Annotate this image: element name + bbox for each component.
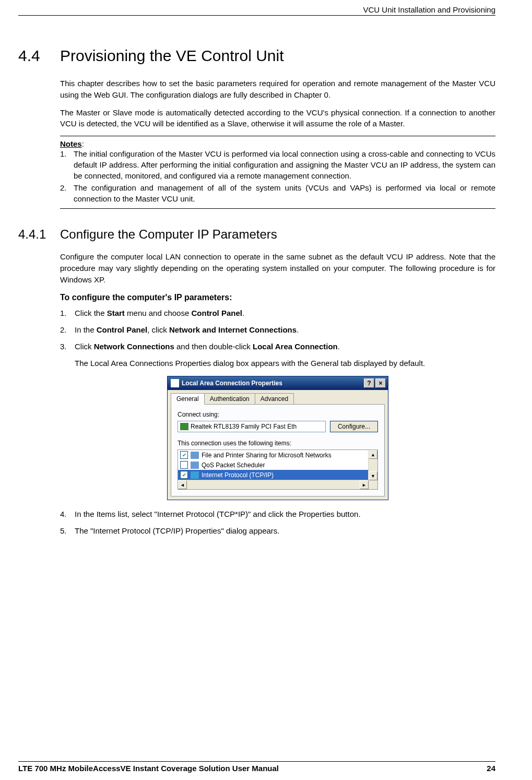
note-text: The configuration and management of all … (74, 182, 495, 204)
horizontal-scrollbar[interactable]: ◄ ► (178, 480, 377, 489)
checkbox-icon[interactable]: ✔ (180, 471, 188, 479)
items-label: This connection uses the following items… (178, 440, 378, 447)
heading-2-text: Configure the Computer IP Parameters (60, 227, 277, 242)
step: 4. In the Items list, select "Internet P… (60, 509, 495, 520)
scroll-left-icon[interactable]: ◄ (178, 480, 187, 489)
tab-advanced[interactable]: Advanced (255, 393, 294, 404)
page-number: 24 (487, 764, 495, 773)
step-number: 1. (60, 308, 75, 319)
step-text: In the Items list, select "Internet Prot… (75, 509, 495, 520)
step: 3. Click Network Connections and then do… (60, 341, 495, 352)
connect-using-label: Connect using: (178, 411, 378, 418)
note-number: 2. (60, 182, 74, 204)
footer-title: LTE 700 MHz MobileAccessVE Instant Cover… (18, 764, 279, 773)
step-number: 4. (60, 509, 75, 520)
dialog-title: Local Area Connection Properties (182, 380, 282, 387)
vertical-scrollbar[interactable]: ▲ ▼ (368, 450, 377, 480)
intro-para-2: The Master or Slave mode is automaticall… (60, 107, 495, 130)
list-item[interactable]: QoS Packet Scheduler (178, 460, 369, 470)
tab-authentication[interactable]: Authentication (204, 393, 255, 404)
list-item-label: File and Printer Sharing for Microsoft N… (202, 452, 332, 459)
page-header: VCU Unit Installation and Provisioning (18, 5, 495, 16)
scroll-right-icon[interactable]: ► (360, 480, 369, 489)
heading-2: 4.4.1 Configure the Computer IP Paramete… (18, 227, 495, 242)
step-text: In the Control Panel, click Network and … (75, 324, 495, 336)
step-number: 5. (60, 525, 75, 537)
dialog-titlebar[interactable]: Local Area Connection Properties ? × (168, 376, 388, 390)
heading-1-text: Provisioning the VE Control Unit (60, 47, 284, 65)
protocol-icon (191, 471, 199, 479)
service-icon (191, 462, 199, 469)
properties-dialog: Local Area Connection Properties ? × Gen… (167, 376, 388, 500)
service-icon (191, 452, 199, 459)
list-item[interactable]: ✔ File and Printer Sharing for Microsoft… (178, 450, 369, 460)
adapter-name: Realtek RTL8139 Family PCI Fast Eth (191, 423, 297, 430)
connection-icon (171, 379, 179, 387)
step-extra-text: The Local Area Connections Properties di… (75, 358, 495, 369)
note-item: 1. The initial configuration of the Mast… (60, 148, 495, 181)
dialog-content: Connect using: Realtek RTL8139 Family PC… (171, 404, 385, 497)
page-footer: LTE 700 MHz MobileAccessVE Instant Cover… (18, 761, 495, 773)
notes-title: Notes (60, 139, 82, 148)
items-listbox[interactable]: ✔ File and Printer Sharing for Microsoft… (178, 450, 378, 490)
checkbox-icon[interactable] (180, 461, 188, 469)
step-number: 2. (60, 324, 75, 336)
heading-1: 4.4 Provisioning the VE Control Unit (18, 47, 495, 65)
notes-box: Notes: 1. The initial configuration of t… (60, 136, 495, 209)
note-number: 1. (60, 148, 74, 181)
heading-2-number: 4.4.1 (18, 227, 60, 242)
list-item[interactable]: ✔ Internet Protocol (TCP/IP) (178, 470, 369, 480)
step: 1. Click the Start menu and choose Contr… (60, 308, 495, 319)
intro-para-1: This chapter describes how to set the ba… (60, 78, 495, 101)
nic-icon (180, 423, 188, 430)
step: 2. In the Control Panel, click Network a… (60, 324, 495, 336)
scroll-up-icon[interactable]: ▲ (369, 450, 377, 459)
help-button[interactable]: ? (364, 379, 374, 388)
configure-button[interactable]: Configure... (330, 421, 378, 432)
section-intro: Configure the computer local LAN connect… (60, 251, 495, 285)
scroll-down-icon[interactable]: ▼ (369, 471, 377, 480)
step-text: Click Network Connections and then doubl… (75, 341, 495, 352)
step-text: The "Internet Protocol (TCP/IP) Properti… (75, 525, 495, 537)
note-text: The initial configuration of the Master … (74, 148, 495, 181)
dialog-tabs: General Authentication Advanced (168, 390, 388, 404)
note-item: 2. The configuration and management of a… (60, 182, 495, 204)
header-chapter: VCU Unit Installation and Provisioning (363, 5, 495, 14)
procedure-title: To configure the computer's IP parameter… (60, 293, 495, 302)
close-button[interactable]: × (375, 379, 386, 388)
list-item-label: QoS Packet Scheduler (202, 462, 265, 469)
step: 5. The "Internet Protocol (TCP/IP) Prope… (60, 525, 495, 537)
list-item-label: Internet Protocol (TCP/IP) (202, 471, 274, 479)
checkbox-icon[interactable]: ✔ (180, 451, 188, 459)
adapter-field: Realtek RTL8139 Family PCI Fast Eth (178, 421, 326, 432)
step-number: 3. (60, 341, 75, 352)
heading-1-number: 4.4 (18, 47, 60, 65)
step-text: Click the Start menu and choose Control … (75, 308, 495, 319)
tab-general[interactable]: General (171, 393, 205, 405)
